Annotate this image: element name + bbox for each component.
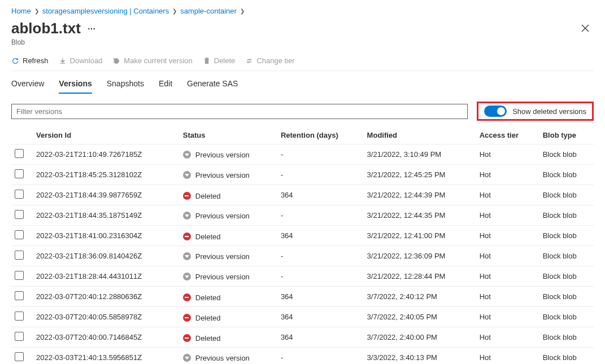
cell-access-tier: Hot xyxy=(474,266,537,287)
cell-status: Previous version xyxy=(177,246,275,266)
deleted-icon xyxy=(183,314,191,322)
row-checkbox[interactable] xyxy=(15,149,24,158)
cell-access-tier: Hot xyxy=(474,205,537,226)
cell-version-id: 2022-03-07T20:40:05.5858978Z xyxy=(31,307,177,327)
breadcrumb-container[interactable]: sample-container xyxy=(180,7,237,15)
row-checkbox[interactable] xyxy=(15,251,24,260)
table-row[interactable]: 2022-03-07T20:40:00.7146845ZDeleted3643/… xyxy=(11,327,594,348)
row-checkbox[interactable] xyxy=(15,190,24,199)
tab-overview[interactable]: Overview xyxy=(11,79,44,94)
cell-modified: 3/21/2022, 12:36:09 PM xyxy=(362,246,474,266)
row-checkbox[interactable] xyxy=(15,352,24,361)
cell-version-id: 2022-03-03T21:40:13.5956851Z xyxy=(31,348,177,365)
cell-blob-type: Block blob xyxy=(537,246,594,266)
cell-version-id: 2022-03-21T18:44:35.1875149Z xyxy=(31,205,177,226)
previous-version-icon xyxy=(183,171,191,179)
make-current-button: Make current version xyxy=(112,56,192,65)
cell-retention: - xyxy=(275,348,362,365)
table-row[interactable]: 2022-03-21T18:28:44.4431011ZPrevious ver… xyxy=(11,266,594,287)
col-modified[interactable]: Modified xyxy=(362,126,474,144)
cell-modified: 3/21/2022, 3:10:49 PM xyxy=(362,144,474,165)
cell-status: Deleted xyxy=(177,327,275,348)
cell-version-id: 2022-03-21T18:45:25.3128102Z xyxy=(31,165,177,185)
col-version-id[interactable]: Version Id xyxy=(31,126,177,144)
table-row[interactable]: 2022-03-03T21:40:13.5956851ZPrevious ver… xyxy=(11,348,594,365)
table-row[interactable]: 2022-03-21T18:44:39.9877659ZDeleted3643/… xyxy=(11,185,594,205)
table-row[interactable]: 2022-03-21T18:41:00.2316304ZDeleted3643/… xyxy=(11,226,594,246)
cell-blob-type: Block blob xyxy=(537,348,594,365)
cell-status: Deleted xyxy=(177,287,275,307)
cell-status: Previous version xyxy=(177,205,275,226)
chevron-right-icon: ❯ xyxy=(172,8,177,14)
cell-retention: - xyxy=(275,266,362,287)
show-deleted-toggle-wrap: Show deleted versions xyxy=(477,102,594,121)
col-blob-type[interactable]: Blob type xyxy=(537,126,594,144)
cell-modified: 3/21/2022, 12:44:35 PM xyxy=(362,205,474,226)
table-row[interactable]: 2022-03-07T20:40:12.2880636ZDeleted3643/… xyxy=(11,287,594,307)
table-row[interactable]: 2022-03-21T18:45:25.3128102ZPrevious ver… xyxy=(11,165,594,185)
close-button[interactable] xyxy=(577,20,594,38)
cell-access-tier: Hot xyxy=(474,327,537,348)
cell-status: Previous version xyxy=(177,348,275,365)
table-row[interactable]: 2022-03-21T18:36:09.8140426ZPrevious ver… xyxy=(11,246,594,266)
row-checkbox[interactable] xyxy=(15,169,24,178)
cell-version-id: 2022-03-07T20:40:12.2880636Z xyxy=(31,287,177,307)
cell-version-id: 2022-03-21T18:36:09.8140426Z xyxy=(31,246,177,266)
versions-table: Version Id Status Retention (days) Modif… xyxy=(11,126,594,364)
trash-icon xyxy=(203,57,211,65)
tab-edit[interactable]: Edit xyxy=(159,79,172,94)
col-retention[interactable]: Retention (days) xyxy=(275,126,362,144)
previous-version-icon xyxy=(183,252,191,260)
table-row[interactable]: 2022-03-21T21:10:49.7267185ZPrevious ver… xyxy=(11,144,594,165)
filter-versions-input[interactable] xyxy=(11,104,468,119)
cell-version-id: 2022-03-21T18:28:44.4431011Z xyxy=(31,266,177,287)
col-status[interactable]: Status xyxy=(177,126,275,144)
row-checkbox[interactable] xyxy=(15,230,24,239)
table-row[interactable]: 2022-03-21T18:44:35.1875149ZPrevious ver… xyxy=(11,205,594,226)
more-actions-button[interactable]: ⋯ xyxy=(88,24,95,33)
cell-blob-type: Block blob xyxy=(537,287,594,307)
previous-version-icon xyxy=(183,354,191,362)
col-access-tier[interactable]: Access tier xyxy=(474,126,537,144)
breadcrumb: Home ❯ storagesamplesversioning | Contai… xyxy=(11,5,594,20)
previous-version-icon xyxy=(183,151,191,159)
cell-modified: 3/21/2022, 12:28:44 PM xyxy=(362,266,474,287)
deleted-icon xyxy=(183,293,191,301)
cell-modified: 3/21/2022, 12:41:00 PM xyxy=(362,226,474,246)
tab-generate-sas[interactable]: Generate SAS xyxy=(187,79,238,94)
cell-version-id: 2022-03-21T21:10:49.7267185Z xyxy=(31,144,177,165)
row-checkbox[interactable] xyxy=(15,210,24,219)
breadcrumb-home[interactable]: Home xyxy=(11,7,31,15)
show-deleted-label: Show deleted versions xyxy=(512,107,586,116)
chevron-right-icon: ❯ xyxy=(34,8,39,14)
cell-retention: - xyxy=(275,165,362,185)
cell-modified: 3/7/2022, 2:40:12 PM xyxy=(362,287,474,307)
cell-access-tier: Hot xyxy=(474,144,537,165)
table-row[interactable]: 2022-03-07T20:40:05.5858978ZDeleted3643/… xyxy=(11,307,594,327)
cell-access-tier: Hot xyxy=(474,165,537,185)
row-checkbox[interactable] xyxy=(15,332,24,341)
row-checkbox[interactable] xyxy=(15,291,24,300)
cell-modified: 3/7/2022, 2:40:00 PM xyxy=(362,327,474,348)
show-deleted-toggle[interactable] xyxy=(484,106,507,117)
toolbar: Refresh Download Make current version De… xyxy=(11,46,594,71)
page-title: ablob1.txt ⋯ xyxy=(11,20,95,37)
cell-version-id: 2022-03-07T20:40:00.7146845Z xyxy=(31,327,177,348)
tab-snapshots[interactable]: Snapshots xyxy=(107,79,144,94)
delete-button: Delete xyxy=(203,56,236,65)
row-checkbox[interactable] xyxy=(15,271,24,280)
cell-status: Deleted xyxy=(177,307,275,327)
cell-blob-type: Block blob xyxy=(537,307,594,327)
cell-blob-type: Block blob xyxy=(537,144,594,165)
cell-access-tier: Hot xyxy=(474,307,537,327)
refresh-button[interactable]: Refresh xyxy=(11,56,49,65)
previous-version-icon xyxy=(183,273,191,280)
row-checkbox[interactable] xyxy=(15,312,24,321)
cell-access-tier: Hot xyxy=(474,246,537,266)
cell-blob-type: Block blob xyxy=(537,165,594,185)
cell-version-id: 2022-03-21T18:44:39.9877659Z xyxy=(31,185,177,205)
breadcrumb-account[interactable]: storagesamplesversioning | Containers xyxy=(42,7,169,15)
tabs: Overview Versions Snapshots Edit Generat… xyxy=(11,71,594,94)
cell-modified: 3/7/2022, 2:40:05 PM xyxy=(362,307,474,327)
tab-versions[interactable]: Versions xyxy=(59,79,92,94)
